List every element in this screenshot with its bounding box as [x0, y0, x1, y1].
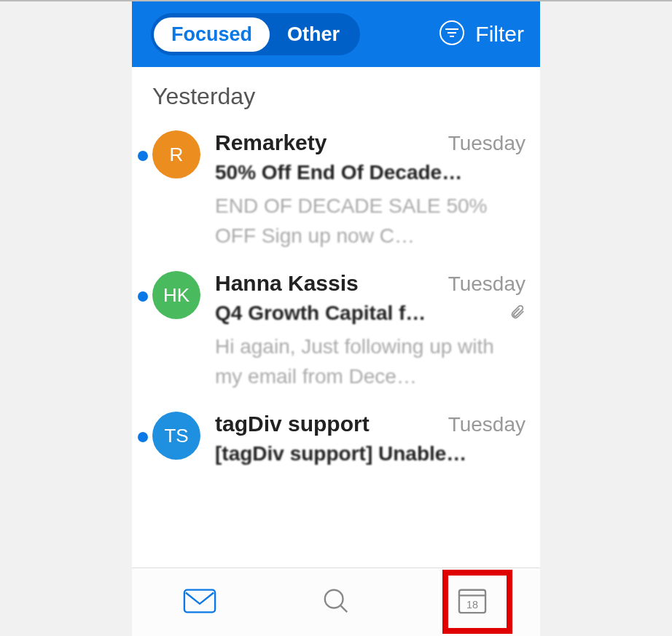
calendar-icon: 18 [456, 587, 489, 617]
focused-other-segmented-control: Focused Other [151, 13, 360, 55]
email-body: tagDiv supportTuesday[tagDiv support] Un… [215, 412, 526, 466]
email-sender: Remarkety [215, 130, 327, 155]
email-sender: tagDiv support [215, 412, 370, 436]
attachment-icon [502, 304, 526, 323]
bottom-nav: 18 [132, 568, 540, 636]
email-body: RemarketyTuesday50% Off End Of Decade…EN… [215, 130, 526, 251]
avatar: TS [152, 412, 200, 460]
email-preview: END OF DECADE SALE 50% OFF Sign up now C… [215, 192, 526, 251]
unread-dot [138, 291, 148, 302]
svg-point-5 [325, 590, 343, 608]
inbox-header: Focused Other Filter [132, 1, 540, 67]
search-icon [319, 587, 353, 617]
email-date: Tuesday [448, 413, 526, 436]
tab-focused[interactable]: Focused [154, 17, 270, 52]
filter-label: Filter [475, 22, 524, 47]
outlook-inbox-screen: Focused Other Filter Yesterday RRemarket… [132, 1, 540, 636]
mail-icon [183, 587, 216, 617]
email-preview: Hi again, Just following up with my emai… [215, 332, 526, 391]
avatar: R [152, 130, 200, 178]
email-subject: [tagDiv support] Unable… [215, 442, 526, 466]
email-body: Hanna KassisTuesdayQ4 Growth Capital f…H… [215, 271, 526, 391]
email-item[interactable]: RRemarketyTuesday50% Off End Of Decade…E… [132, 123, 540, 264]
email-date: Tuesday [448, 272, 526, 296]
email-date: Tuesday [448, 132, 526, 155]
unread-dot [138, 432, 148, 442]
list-section-header: Yesterday [132, 67, 540, 123]
avatar: HK [152, 271, 200, 319]
nav-search[interactable] [303, 576, 369, 629]
svg-text:18: 18 [466, 599, 478, 611]
email-sender: Hanna Kassis [215, 271, 359, 296]
filter-button[interactable]: Filter [439, 20, 524, 49]
svg-line-6 [341, 606, 348, 613]
email-subject: Q4 Growth Capital f… [215, 302, 502, 325]
email-subject: 50% Off End Of Decade… [215, 161, 526, 184]
nav-calendar[interactable]: 18 [439, 576, 505, 629]
filter-icon [439, 20, 465, 49]
tab-other[interactable]: Other [270, 17, 357, 52]
nav-mail[interactable] [167, 576, 233, 629]
email-item[interactable]: TStagDiv supportTuesday[tagDiv support] … [132, 404, 540, 479]
email-item[interactable]: HKHanna KassisTuesdayQ4 Growth Capital f… [132, 264, 540, 404]
email-list[interactable]: Yesterday RRemarketyTuesday50% Off End O… [132, 67, 540, 568]
svg-rect-4 [184, 590, 215, 613]
unread-dot [138, 151, 148, 161]
